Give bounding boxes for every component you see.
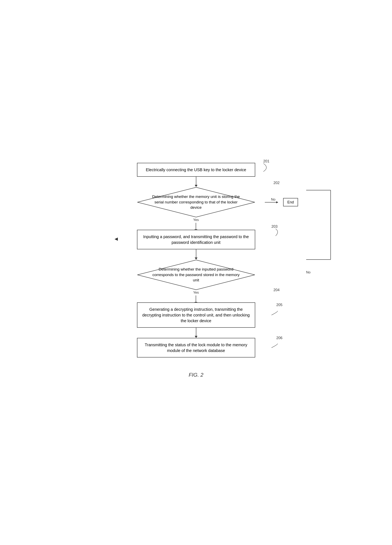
arrow-line-205: [196, 328, 196, 336]
ref-205: 205: [277, 303, 283, 307]
node-204-row: Determining whether the inputted passwor…: [119, 260, 274, 290]
ref-202-container: 202: [273, 181, 279, 185]
node-205-text: Generating a decrypting instruction, tra…: [142, 307, 250, 323]
node-204: Determining whether the inputted passwor…: [137, 260, 255, 290]
ref-201-line: [263, 163, 276, 172]
svg-marker-3: [115, 237, 118, 241]
arrow-201-202: [196, 177, 196, 187]
arrow-line: [196, 177, 196, 185]
no-branch-202: No End: [265, 198, 298, 206]
fig-label: FIG. 2: [189, 372, 203, 378]
arrow-line-204: [196, 296, 196, 302]
ref-205-line: [271, 311, 282, 319]
end-box: End: [283, 198, 298, 206]
no-loop-204: [306, 260, 339, 362]
ref-203: 203: [271, 224, 278, 229]
node-202-text: Determining whether the memory unit is s…: [137, 194, 255, 210]
arrow-204-205: Yes: [193, 290, 199, 302]
ref-205-container: 205: [271, 311, 282, 319]
node-202-row: Determining whether the memory unit is s…: [119, 187, 274, 217]
node-202: Determining whether the memory unit is s…: [137, 187, 255, 217]
back-arrow-head-203: [114, 237, 119, 242]
flowchart-container: Electrically connecting the USB key to t…: [104, 151, 288, 394]
ref-201-container: 201: [263, 159, 276, 172]
ref-206-container: 206: [271, 344, 282, 352]
arrow-205-206: [196, 328, 196, 338]
ref-201: 201: [263, 159, 270, 163]
ref-204-container: 204: [273, 288, 279, 292]
node-203-row: Inputting a password, and transmitting t…: [119, 230, 274, 249]
yes-label-204: Yes: [193, 291, 199, 295]
svg-marker-2: [276, 201, 278, 203]
node-203-text: Inputting a password, and transmitting t…: [143, 235, 249, 245]
ref-204: 204: [273, 288, 279, 292]
fig-label-container: FIG. 2: [189, 372, 203, 378]
ref-202: 202: [273, 181, 279, 185]
yes-label-202: Yes: [193, 218, 199, 222]
node-206: Transmitting the status of the lock modu…: [137, 338, 255, 358]
ref-206: 206: [277, 336, 283, 340]
ref-203-line: [271, 229, 282, 236]
node-201-text: Electrically connecting the USB key to t…: [146, 167, 246, 172]
node-205: Generating a decrypting instruction, tra…: [137, 302, 255, 328]
arrow-line-203: [196, 249, 196, 258]
arrow-203-204: [196, 249, 196, 260]
node-204-text: Determining whether the inputted passwor…: [137, 267, 255, 283]
node-201: Electrically connecting the USB key to t…: [137, 163, 255, 177]
node-201-row: Electrically connecting the USB key to t…: [129, 163, 263, 177]
no-label-202: No: [271, 197, 275, 201]
node-205-row: Generating a decrypting instruction, tra…: [119, 302, 274, 328]
node-206-row: Transmitting the status of the lock modu…: [119, 338, 274, 358]
ref-206-line: [271, 344, 282, 352]
ref-203-container: 203: [271, 224, 282, 236]
node-206-text: Transmitting the status of the lock modu…: [145, 343, 247, 353]
arrow-202-203: Yes: [193, 217, 199, 230]
node-203: Inputting a password, and transmitting t…: [137, 230, 255, 249]
arrow-line-202: [196, 223, 196, 230]
end-label: End: [287, 200, 294, 204]
